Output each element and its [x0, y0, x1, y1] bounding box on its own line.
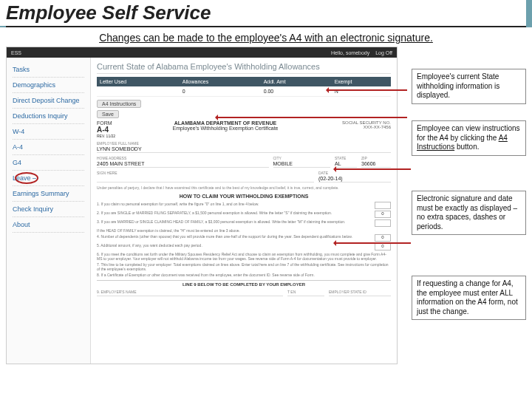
nav-w4[interactable]: W-4	[13, 124, 84, 140]
slide-title: Employee Self Service	[6, 1, 520, 24]
th-addl: Addl. Amt	[261, 77, 332, 86]
form-label: FORM	[97, 120, 149, 126]
form-code: A-4	[97, 126, 149, 134]
ess-hello: Hello, somebody	[331, 50, 369, 55]
row-address: HOME ADDRESS2405 MAIN STREET CITYMOBILE …	[97, 156, 391, 168]
nav-deductions[interactable]: Deductions Inquiry	[13, 109, 84, 124]
line-8: 8. If a Certificate of Exemption or othe…	[97, 273, 391, 277]
emp-name: LYNN SOMEBODY	[97, 146, 391, 151]
arrow-1	[327, 89, 407, 91]
nav-tasks[interactable]: Tasks	[13, 62, 84, 78]
save-button[interactable]: Save	[97, 110, 119, 118]
form-rev: REV. 11/22	[97, 134, 149, 138]
row-employer: 9. EMPLOYER'S NAME T EN EMPLOYER STATE I…	[97, 290, 391, 296]
nav-demographics[interactable]: Demographics	[13, 78, 84, 93]
line-6: 6. If you meet the conditions set forth …	[97, 252, 391, 261]
callout-1: Employee's current State withholding inf…	[412, 69, 526, 104]
callout-4: If requesting a change for A4, the emplo…	[412, 276, 526, 320]
ess-window: ESS Hello, somebody Log Off Tasks Demogr…	[6, 47, 398, 364]
arrow-4	[335, 242, 411, 244]
callout-2: Employee can view instructions for the A…	[412, 120, 526, 156]
nav-about[interactable]: About	[13, 217, 84, 233]
line-1: 1. If you claim no personal exemption fo…	[97, 202, 391, 209]
callout-3: Electronic signature and date must be ex…	[412, 191, 526, 235]
nav-a4[interactable]: A-4	[13, 140, 84, 155]
row-sign: SIGN HERE DATE(02-20-14)	[97, 171, 391, 183]
nav-g4[interactable]: G4	[13, 155, 84, 171]
line-5: 5. Additional amount, if any, you want d…	[97, 243, 391, 250]
th-allow: Allowances	[180, 77, 261, 86]
allowance-table: Letter Used Allowances Addl. Amt Exempt …	[97, 77, 391, 97]
arrow-2	[216, 117, 407, 118]
line-3: 3. If you are MARRIED or SINGLE CLAIMING…	[97, 219, 391, 227]
line-2: 2. If you are SINGLE or MARRIED FILING S…	[97, 211, 391, 218]
penalty-text: Under penalties of perjury, I declare th…	[97, 185, 391, 191]
line-3b: If the HEAD OF FAMILY exemption is claim…	[97, 228, 391, 233]
below-heading: LINE 9 BELOW TO BE COMPLETED BY YOUR EMP…	[97, 280, 391, 287]
date-value: (02-20-14)	[318, 176, 391, 181]
ess-brand: ESS	[11, 50, 21, 55]
nav-direct-deposit[interactable]: Direct Deposit Change	[13, 93, 84, 109]
form-title: Employee's Withholding Exemption Certifi…	[171, 126, 280, 131]
row-name: EMPLOYEE FULL NAME LYNN SOMEBODY	[97, 141, 391, 153]
title-band: Employee Self Service	[0, 0, 532, 27]
title-rule	[6, 26, 526, 27]
howto-heading: HOW TO CLAIM YOUR WITHHOLDING EXEMPTIONS	[97, 194, 391, 199]
a4-instructions-button[interactable]: A4 Instructions	[97, 100, 141, 108]
ess-sidebar: Tasks Demographics Direct Deposit Change…	[7, 58, 91, 364]
ssn-value: XXX-XX-7456	[302, 125, 391, 129]
ess-topbar: ESS Hello, somebody Log Off	[7, 47, 397, 58]
nav-check[interactable]: Check Inquiry	[13, 202, 84, 217]
th-letter: Letter Used	[97, 77, 180, 86]
logoff-link[interactable]: Log Off	[375, 50, 392, 55]
slide-subtitle: Changes can be made to the employee's A4…	[0, 32, 532, 44]
form-dept: ALAMBAMA DEPARTMENT OF REVENUE	[171, 120, 280, 126]
page-title: Current State of Alabama Employee's With…	[97, 62, 391, 74]
oval-a4-nav	[15, 172, 38, 184]
nav-earnings[interactable]: Earnings Summary	[13, 186, 84, 202]
arrow-3	[335, 168, 411, 170]
form-header: FORM A-4 REV. 11/22 ALAMBAMA DEPARTMENT …	[97, 120, 391, 138]
ess-main: Current State of Alabama Employee's With…	[91, 58, 397, 364]
stage: ESS Hello, somebody Log Off Tasks Demogr…	[6, 47, 526, 372]
line-4: 4. Number of dependents (other than spou…	[97, 234, 391, 242]
table-row: 0 0.00 N	[97, 86, 391, 97]
line-7: 7. This line to be completed by your emp…	[97, 262, 391, 271]
th-exempt: Exempt	[332, 77, 391, 86]
